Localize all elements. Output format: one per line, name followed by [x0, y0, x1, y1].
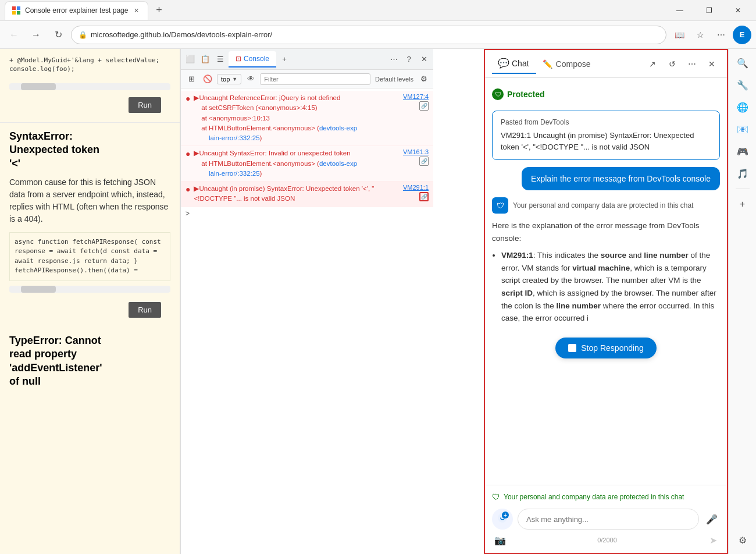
- console-link-1a[interactable]: devtools-exp lain-error/:332:25: [194, 125, 357, 141]
- source-label: source: [601, 251, 626, 260]
- mic-btn[interactable]: 🎤: [704, 511, 720, 527]
- dt-eye-btn[interactable]: 👁: [244, 72, 258, 86]
- pasted-label: Pasted from DevTools: [501, 118, 711, 126]
- add-attachment-icon: +: [497, 513, 508, 525]
- shield-icon: 🛡: [492, 88, 504, 100]
- nav-bar: ← → ↻ 🔒 microsoftedge.github.io/Demos/de…: [0, 21, 756, 49]
- tab-close-btn[interactable]: ✕: [131, 6, 141, 15]
- error-icon-1: ●: [186, 94, 190, 103]
- run-btn-2[interactable]: Run: [129, 302, 161, 318]
- rs-search-btn[interactable]: 🔍: [733, 54, 752, 72]
- console-vm-link-1[interactable]: VM127:4: [403, 93, 429, 100]
- dt-tab-console[interactable]: ⊡Console: [229, 51, 276, 68]
- chat-tab-label: Chat: [512, 59, 529, 68]
- compose-tab[interactable]: ✏️ Compose: [536, 55, 598, 73]
- top-label: top: [221, 76, 230, 83]
- dt-clear-btn[interactable]: 🚫: [201, 72, 215, 86]
- maximize-btn[interactable]: ❐: [696, 0, 722, 21]
- dt-add-tab-btn[interactable]: +: [277, 52, 291, 66]
- error-desc-1: Common cause for this is fetching JSON d…: [9, 176, 170, 225]
- rs-add-btn[interactable]: +: [733, 195, 752, 214]
- scrollbar-thumb-1[interactable]: [21, 83, 56, 90]
- read-aloud-btn[interactable]: 📖: [670, 26, 689, 44]
- bottom-protect-text: Your personal and company data are prote…: [504, 493, 684, 501]
- devtools-panel: ⬜ 📋 ☰ ⊡Console + ⋯ ? ✕ ⊞ 🚫: [180, 49, 433, 554]
- rs-game-btn[interactable]: 🎮: [733, 142, 752, 161]
- stop-responding-wrap: Stop Responding: [492, 338, 720, 358]
- dt-undock-btn[interactable]: 📋: [198, 52, 212, 66]
- code-snippet-2: async function fetchAPIResponse( const r…: [9, 232, 170, 281]
- pasted-content-box: Pasted from DevTools VM291:1 Uncaught (i…: [492, 111, 720, 160]
- right-sidebar: 🔍 🔧 🌐 📧 🎮 🎵 + ⚙: [728, 49, 756, 554]
- rs-browser-btn[interactable]: 🌐: [733, 98, 752, 116]
- minimize-btn[interactable]: —: [666, 0, 693, 21]
- stop-responding-label: Stop Responding: [581, 343, 643, 353]
- rs-tools-btn[interactable]: 🔧: [733, 76, 752, 94]
- devtools-expand-btn[interactable]: >: [181, 207, 433, 220]
- stop-responding-btn[interactable]: Stop Responding: [555, 338, 656, 358]
- code-scrollbar-2[interactable]: [9, 286, 170, 293]
- dt-help-btn[interactable]: ?: [402, 52, 416, 66]
- add-badge: +: [502, 512, 509, 519]
- protected-text: Protected: [507, 90, 545, 99]
- chat-icon: 💬: [499, 59, 508, 68]
- console-copy-icon-3[interactable]: 🔗: [419, 192, 429, 201]
- scrollbar-thumb-2[interactable]: [21, 286, 56, 293]
- back-btn[interactable]: ←: [5, 26, 23, 44]
- bottom-protect-note: 🛡 Your personal and company data are pro…: [492, 490, 720, 504]
- top-filter[interactable]: top ▼: [217, 74, 241, 84]
- rs-mail-btn[interactable]: 📧: [733, 120, 752, 138]
- more-btn[interactable]: ⋯: [712, 26, 730, 44]
- forward-btn[interactable]: →: [27, 26, 45, 44]
- profile-btn[interactable]: E: [733, 26, 751, 44]
- rs-music-btn[interactable]: 🎵: [733, 164, 752, 183]
- console-copy-icon-1[interactable]: 🔗: [419, 101, 429, 111]
- new-tab-btn[interactable]: +: [151, 2, 167, 19]
- error-title-2: TypeError: Cannotread property'addEventL…: [0, 329, 180, 391]
- ai-protect-note: 🛡 Your personal and company data are pro…: [492, 197, 720, 214]
- copilot-add-btn[interactable]: +: [492, 509, 513, 530]
- run-btn-1[interactable]: Run: [129, 97, 161, 113]
- refresh-chat-btn[interactable]: ↺: [664, 56, 680, 72]
- refresh-btn[interactable]: ↻: [49, 26, 67, 44]
- top-filter-arrow: ▼: [232, 76, 237, 82]
- ai-protect-text: Your personal and company data are prote…: [513, 201, 693, 209]
- ai-bullet-list: VM291:1: This indicates the source and l…: [492, 249, 720, 325]
- ai-intro: Here is the explanation of the error mes…: [492, 219, 720, 244]
- chat-tab[interactable]: 💬 Chat: [492, 54, 536, 74]
- dt-dock-btn[interactable]: ⬜: [183, 52, 197, 66]
- console-msg-1: ▶Uncaught ReferenceError: jQuery is not …: [194, 93, 400, 143]
- dt-settings-btn[interactable]: ⊞: [184, 72, 198, 86]
- error-icon-2: ●: [186, 149, 190, 158]
- more-options-btn[interactable]: ⋯: [684, 56, 700, 72]
- dt-more-btn[interactable]: ⋯: [387, 52, 401, 66]
- nav-actions: 📖 ☆ ⋯ E: [670, 26, 751, 44]
- console-copy-icon-2[interactable]: 🔗: [419, 157, 429, 166]
- code-scrollbar-1[interactable]: [9, 83, 170, 90]
- ai-response: 🛡 Your personal and company data are pro…: [492, 197, 720, 361]
- tab-favicon: [12, 6, 22, 15]
- console-link-2a[interactable]: devtools-exp lain-error/:332:25: [194, 160, 357, 177]
- close-copilot-btn[interactable]: ✕: [704, 56, 720, 72]
- open-new-window-btn[interactable]: ↗: [644, 56, 661, 72]
- console-filter-input[interactable]: [260, 73, 370, 85]
- dt-drawer-btn[interactable]: ☰: [213, 52, 227, 66]
- active-tab[interactable]: Console error explainer test page ✕: [5, 1, 148, 20]
- close-btn[interactable]: ✕: [725, 0, 751, 21]
- camera-btn[interactable]: 📷: [492, 532, 508, 548]
- rs-settings-btn[interactable]: ⚙: [733, 531, 752, 549]
- favorites-btn[interactable]: ☆: [691, 26, 709, 44]
- address-bar[interactable]: 🔒 microsoftedge.github.io/Demos/devtools…: [71, 26, 666, 44]
- console-vm-link-3[interactable]: VM291:1: [403, 184, 429, 191]
- ai-bullet-1: VM291:1: This indicates the source and l…: [501, 249, 720, 325]
- console-vm-link-2[interactable]: VM161:3: [403, 148, 429, 155]
- title-bar-left: Console error explainer test page ✕ +: [5, 1, 662, 20]
- copilot-input-actions: 📷 0/2000 ➤: [492, 530, 720, 548]
- copilot-message-input[interactable]: [518, 509, 699, 530]
- lock-icon: 🔒: [79, 31, 87, 39]
- compose-icon: ✏️: [543, 59, 552, 69]
- code-block-1: + @Model.MyGuid+'&lang + selectedValue; …: [0, 49, 180, 81]
- dt-close-btn[interactable]: ✕: [417, 52, 431, 66]
- dt-gear-btn[interactable]: ⚙: [418, 73, 430, 85]
- send-btn[interactable]: ➤: [706, 533, 720, 547]
